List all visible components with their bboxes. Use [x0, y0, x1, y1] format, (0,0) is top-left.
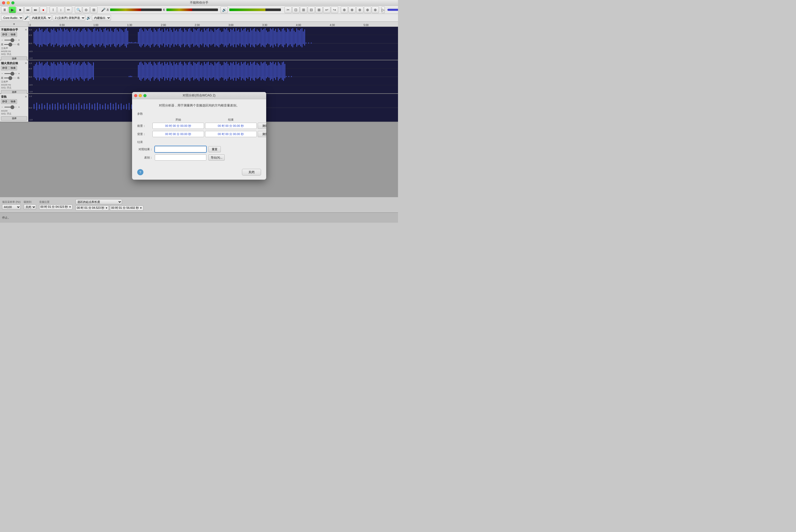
export-button[interactable]: 导出(X)... — [208, 154, 225, 160]
bg-measure-btn[interactable]: 测量选择 — [258, 131, 266, 137]
snap-select[interactable]: 关闭 — [24, 204, 36, 210]
maximize-button[interactable] — [11, 1, 15, 4]
play-region-button[interactable]: ▷ — [382, 6, 385, 13]
fg-measure-btn[interactable]: 测量选择 — [258, 123, 266, 129]
track-2-waveform[interactable]: 1.0 0.5 0.0 -0.5 -1.0 — [29, 60, 398, 93]
track-2-volume-slider[interactable] — [4, 73, 17, 74]
track-2-close[interactable]: ✕ — [25, 62, 27, 65]
svg-rect-293 — [161, 64, 161, 78]
track-1-volume-slider[interactable] — [4, 40, 17, 40]
dialog-description: 对照分析器，用于测量两个音频选区间的方均根音量差别。 — [137, 103, 261, 108]
position-input[interactable]: 00 时 01 分 04.523 秒 ▼ — [39, 204, 73, 210]
paste-button[interactable]: ⊞ — [300, 6, 307, 13]
zoom-fit-button[interactable]: ⊕ — [341, 6, 348, 13]
timeline-ruler[interactable]: ▼ 0 0:30 1:00 1:30 2:00 2:30 3:00 3:30 4… — [0, 22, 398, 27]
svg-rect-173 — [250, 28, 251, 47]
trim-button[interactable]: ⊟ — [308, 6, 315, 13]
track-1-close[interactable]: ✕ — [25, 28, 27, 32]
stop-button[interactable]: ■ — [17, 6, 24, 13]
play-button[interactable]: ▶ — [9, 6, 16, 13]
svg-rect-238 — [48, 65, 49, 78]
output-device-select[interactable]: 内建输出 — [92, 15, 111, 21]
select-tool-button[interactable]: I — [50, 6, 57, 13]
contrast-result-row: 对照结果： 重置 — [137, 146, 261, 152]
cut-button[interactable]: ✂ — [284, 6, 292, 13]
track-3-mute[interactable]: 静音 — [1, 99, 9, 104]
help-button[interactable]: ? — [137, 169, 143, 175]
dialog-max-btn[interactable] — [143, 94, 147, 97]
svg-rect-36 — [69, 32, 70, 44]
record-button[interactable]: ● — [40, 6, 47, 13]
selection-end[interactable]: 00 时 01 分 56.602 秒 ▼ — [110, 205, 143, 211]
bg-start-display[interactable]: 00 时 00 分 00.00 秒 — [152, 131, 204, 137]
fg-start-display[interactable]: 00 时 00 分 00.00 秒 — [152, 123, 204, 129]
svg-rect-296 — [164, 62, 165, 81]
level-meter-right — [166, 8, 218, 11]
track-1-pan-slider[interactable] — [4, 44, 17, 45]
svg-rect-18 — [45, 30, 47, 45]
track-3-close[interactable]: ✕ — [25, 95, 27, 98]
selection-start[interactable]: 00 时 01 分 04.523 秒 ▼ — [76, 205, 109, 211]
zoom-track-button[interactable]: ⊕ — [356, 6, 364, 13]
track-1-waveform[interactable]: 1.0 0.5 0.0 -0.5 -1.0 — [29, 27, 398, 60]
svg-rect-315 — [189, 62, 190, 81]
envelope-tool-button[interactable]: ↕ — [57, 6, 64, 13]
svg-rect-250 — [64, 62, 65, 81]
zoom-all-button[interactable]: ⊕ — [364, 6, 371, 13]
svg-rect-286 — [151, 64, 152, 78]
close-button[interactable]: 关闭 — [242, 169, 261, 175]
svg-rect-161 — [234, 32, 235, 44]
diff-result-input[interactable] — [155, 154, 206, 160]
track-3-solo[interactable]: 独奏 — [9, 99, 17, 104]
input-channels-select[interactable]: 2 (立体声) 录制声道 — [53, 15, 86, 21]
track-1-solo[interactable]: 独奏 — [9, 32, 17, 37]
redo-button[interactable]: ↪ — [331, 6, 338, 13]
fg-end-display[interactable]: 00 时 00 分 00.00 秒 — [205, 123, 257, 129]
track-2-mute[interactable]: 静音 — [1, 66, 9, 70]
track-1: 不能和你分手 ✕ 静音 独奏 － ＋ 左 右 立体声 — [0, 27, 398, 60]
silence-button[interactable]: ⊠ — [315, 6, 323, 13]
track-3-select-btn[interactable]: 选择 — [1, 116, 27, 121]
bg-end-display[interactable]: 00 时 00 分 00.00 秒 — [205, 131, 257, 137]
undo-button[interactable]: ↩ — [323, 6, 330, 13]
svg-rect-419 — [94, 103, 95, 110]
svg-rect-107 — [163, 32, 164, 43]
status-bar: 项目采样率 (Hz) 44100 吸附到 关闭 音频位置 00 时 01 分 0… — [0, 197, 398, 212]
audio-host-select[interactable]: Core Audio — [1, 15, 23, 21]
dialog-min-btn[interactable] — [139, 94, 142, 97]
track-1-mute[interactable]: 静音 — [1, 32, 9, 37]
svg-rect-156 — [228, 31, 228, 45]
svg-rect-210 — [299, 31, 300, 45]
pause-button[interactable]: ⏸ — [1, 6, 8, 13]
track-1-type: 立体声 — [1, 47, 27, 50]
svg-rect-231 — [39, 62, 40, 81]
zoom-sel-button[interactable]: ⊕ — [349, 6, 356, 13]
zoom-out-button[interactable]: ⊖ — [82, 6, 90, 13]
svg-rect-326 — [204, 62, 205, 81]
snap-button[interactable]: ⊞ — [90, 6, 97, 13]
track-2-pan-slider[interactable] — [4, 78, 17, 78]
svg-rect-16 — [43, 32, 43, 44]
zoom-in-button[interactable]: 🔍 — [75, 6, 82, 13]
copy-button[interactable]: ⊡ — [292, 6, 299, 13]
svg-rect-77 — [123, 32, 124, 44]
draw-tool-button[interactable]: ✏ — [65, 6, 72, 13]
svg-rect-400 — [44, 105, 45, 109]
svg-rect-134 — [199, 28, 199, 48]
selection-mode-select[interactable]: 选区的起点和长度 — [76, 199, 122, 204]
minimize-button[interactable] — [7, 1, 10, 4]
dialog-close-btn[interactable] — [134, 94, 137, 97]
skip-forward-button[interactable]: ⏭ — [32, 6, 39, 13]
track-2-solo[interactable]: 独奏 — [9, 66, 17, 70]
skip-back-button[interactable]: ⏮ — [24, 6, 32, 13]
contrast-result-input[interactable] — [155, 146, 206, 152]
zoom-norm-button[interactable]: ⊕ — [372, 6, 379, 13]
input-device-select[interactable]: 内建麦克风 — [30, 15, 52, 21]
svg-rect-121 — [182, 31, 182, 45]
track-3-volume-slider[interactable] — [4, 107, 17, 108]
svg-rect-418 — [92, 104, 93, 109]
svg-rect-97 — [150, 28, 151, 48]
reset-button[interactable]: 重置 — [208, 146, 221, 152]
sample-rate-select[interactable]: 44100 — [2, 204, 21, 210]
close-button[interactable] — [2, 1, 5, 4]
